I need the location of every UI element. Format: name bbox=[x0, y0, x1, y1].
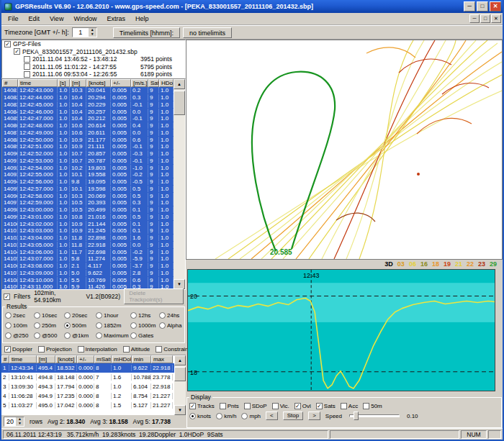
root-checkbox[interactable]: ✓ bbox=[4, 41, 11, 47]
scroll-up-icon[interactable]: ▲ bbox=[174, 355, 186, 365]
spin-down-icon[interactable]: ▼ bbox=[16, 422, 24, 426]
table-row[interactable]: 1410712:43:09.0001.05.09.6220.0052.891.0 bbox=[2, 270, 174, 277]
table-row[interactable]: 1409312:42:55.0001.010.119.5580.005-0.29… bbox=[2, 171, 174, 178]
mdi-close-button[interactable]: ✕ bbox=[491, 14, 501, 23]
column-header[interactable]: time bbox=[9, 355, 37, 363]
column-header[interactable]: [m] bbox=[70, 79, 86, 87]
rows-spinner[interactable]: 20 ▲▼ bbox=[4, 417, 24, 427]
table-row[interactable]: 1410512:43:07.0001.05.811.2740.005-5.991… bbox=[2, 255, 174, 263]
timelimits-value-button[interactable]: no timelimits bbox=[183, 27, 232, 38]
scroll-down-icon[interactable]: ▼ bbox=[174, 405, 186, 415]
table-row[interactable]: 1408712:42:49.0001.010.620.6110.0050.091… bbox=[2, 129, 174, 137]
table-row[interactable]: 1408512:42:47.0001.010.420.2120.005-0.19… bbox=[2, 115, 174, 122]
checkbox-sdop[interactable]: SDoP bbox=[244, 403, 267, 409]
table-row[interactable]: 1410812:43:10.0001.05.510.7690.0050.691.… bbox=[2, 276, 174, 283]
table-row[interactable]: 1409112:42:53.0001.010.720.7870.005-0.19… bbox=[2, 158, 174, 165]
column-header[interactable]: [knots] bbox=[86, 79, 111, 87]
scrollbar-thumb[interactable] bbox=[174, 91, 185, 115]
radio-icon[interactable] bbox=[159, 312, 166, 319]
results-scrollbar[interactable]: ▲ ▼ bbox=[174, 355, 186, 415]
table-row[interactable]: 1409412:42:56.0001.09.819.0950.005-0.591… bbox=[2, 178, 174, 186]
next-button[interactable]: > bbox=[308, 412, 320, 420]
table-row[interactable]: 1409512:42:57.0001.010.119.5980.0050.591… bbox=[2, 186, 174, 193]
stop-button[interactable]: Stop bbox=[283, 412, 303, 420]
close-button[interactable]: ✕ bbox=[490, 1, 501, 12]
column-header[interactable]: Sats bbox=[148, 79, 159, 87]
table-row[interactable]: 1410112:43:03.0001.010.921.2450.0050.191… bbox=[2, 227, 174, 235]
radio-icon[interactable] bbox=[5, 312, 12, 319]
track-plot[interactable]: 20.585 bbox=[186, 40, 503, 260]
column-header[interactable]: mSats bbox=[94, 355, 112, 363]
result-row[interactable]: 112:43:34495.418.5320.00081.09.62222.918 bbox=[1, 363, 174, 373]
column-header[interactable]: [m/s.] bbox=[131, 79, 148, 87]
speed-slider[interactable] bbox=[349, 414, 400, 417]
checkbox-icon[interactable]: ✓ bbox=[294, 403, 301, 409]
checkbox-pnts[interactable]: Pnts bbox=[220, 403, 239, 409]
menu-edit[interactable]: Edit bbox=[24, 14, 45, 24]
scroll-down-icon[interactable]: ▼ bbox=[174, 279, 185, 289]
radio-icon[interactable] bbox=[34, 312, 40, 319]
menu-window[interactable]: Window bbox=[68, 14, 102, 24]
result-row[interactable]: 511:03:27495.017.0420.00081.55.12721.227 bbox=[1, 401, 174, 410]
radio-icon[interactable] bbox=[130, 332, 137, 339]
table-row[interactable]: 1409712:42:59.0001.010.520.3930.0050.391… bbox=[2, 199, 174, 206]
radio-icon[interactable] bbox=[189, 413, 196, 419]
checkbox-icon[interactable]: ✓ bbox=[189, 403, 196, 409]
option-500m[interactable]: 500m bbox=[64, 322, 96, 329]
option-250m[interactable]: 250m bbox=[34, 322, 64, 329]
scrollbar-track[interactable] bbox=[174, 89, 185, 279]
selected-track[interactable] bbox=[252, 72, 335, 251]
result-row[interactable]: 411:06:28494.917.2350.00081.28.75421.227 bbox=[1, 391, 174, 401]
table-row[interactable]: 1409612:42:58.0001.010.320.0690.0050.591… bbox=[2, 192, 174, 199]
option-500[interactable]: @500 bbox=[34, 332, 64, 339]
trackpoint-scrollbar[interactable]: ▲ ▼ bbox=[174, 79, 185, 289]
rows-value[interactable]: 20 bbox=[4, 417, 16, 426]
speed-graph[interactable]: 12:43 20 18 bbox=[186, 268, 503, 394]
menu-file[interactable]: File bbox=[3, 14, 24, 24]
tree-item-file[interactable]: ✓ PEKA_833001557_20111106_201432.sbp bbox=[2, 48, 185, 56]
option-1km[interactable]: @1km bbox=[64, 332, 96, 339]
scrollbar-thumb[interactable] bbox=[174, 367, 186, 381]
speed-slider-thumb[interactable] bbox=[354, 412, 359, 420]
radio-icon[interactable] bbox=[5, 332, 12, 339]
result-row[interactable]: 313:09:30494.317.7940.00081.06.10422.918 bbox=[1, 382, 174, 391]
option-1000m[interactable]: 1000m bbox=[130, 322, 159, 329]
table-row[interactable]: 1408912:42:51.0001.010.921.1110.005-0.19… bbox=[2, 143, 174, 150]
column-header[interactable]: [s] bbox=[58, 79, 70, 87]
spin-down-icon[interactable]: ▼ bbox=[89, 32, 96, 37]
checkbox-icon[interactable] bbox=[341, 403, 347, 409]
table-row[interactable]: 1410312:43:05.0001.011.822.9180.0050.091… bbox=[2, 242, 174, 249]
radio-icon[interactable] bbox=[130, 322, 137, 329]
menu-view[interactable]: View bbox=[45, 14, 68, 24]
checkbox-icon[interactable] bbox=[244, 403, 251, 409]
checkbox-sats[interactable]: ✓Sats bbox=[316, 403, 336, 409]
checkbox-icon[interactable] bbox=[78, 346, 84, 353]
table-row[interactable]: 1410412:43:06.0001.011.722.6980.005-0.29… bbox=[2, 248, 174, 255]
tree-item-session[interactable]: 2011.11.05 11:01:22 - 14:27:555795 point… bbox=[2, 63, 185, 71]
session-checkbox[interactable] bbox=[24, 71, 30, 78]
table-row[interactable]: 1408612:42:48.0001.010.620.6140.0050.491… bbox=[2, 122, 174, 129]
table-row[interactable]: 1410212:43:04.0001.011.822.8980.0051.691… bbox=[2, 235, 174, 242]
radio-icon[interactable] bbox=[96, 332, 102, 339]
column-header[interactable]: +/- bbox=[77, 355, 94, 363]
result-row[interactable]: 213:10:41494.818.1480.00071.610.78823.77… bbox=[1, 373, 174, 382]
option-10sec[interactable]: 10sec bbox=[34, 312, 64, 319]
table-row[interactable]: 1409012:42:52.0001.010.720.8570.005-0.39… bbox=[2, 150, 174, 158]
table-row[interactable]: 1410012:43:02.0001.010.921.1440.0050.191… bbox=[2, 220, 174, 227]
table-row[interactable]: 1408312:42:45.0001.010.420.2290.005-0.19… bbox=[2, 101, 174, 109]
column-header[interactable]: # bbox=[2, 79, 18, 87]
radio-icon[interactable] bbox=[130, 312, 137, 319]
column-header[interactable]: min bbox=[132, 355, 151, 363]
radio-icon[interactable] bbox=[241, 413, 248, 419]
radio-icon[interactable] bbox=[64, 332, 71, 339]
checkbox-icon[interactable] bbox=[38, 346, 45, 353]
prev-button[interactable]: < bbox=[266, 412, 278, 420]
minimize-button[interactable]: ─ bbox=[464, 1, 475, 12]
table-row[interactable]: 1408412:42:46.0001.010.420.2570.0050.091… bbox=[2, 108, 174, 115]
mdi-minimize-button[interactable]: ─ bbox=[469, 14, 480, 23]
maximize-button[interactable]: □ bbox=[477, 1, 488, 12]
tree-item-session[interactable]: 2011.11.06 09:53:04 - 12:26:556189 point… bbox=[2, 71, 185, 78]
menu-help[interactable]: Help bbox=[130, 14, 154, 24]
table-row[interactable]: 1408812:42:50.0001.010.921.1770.0050.691… bbox=[2, 136, 174, 143]
radio-icon[interactable] bbox=[34, 322, 40, 329]
